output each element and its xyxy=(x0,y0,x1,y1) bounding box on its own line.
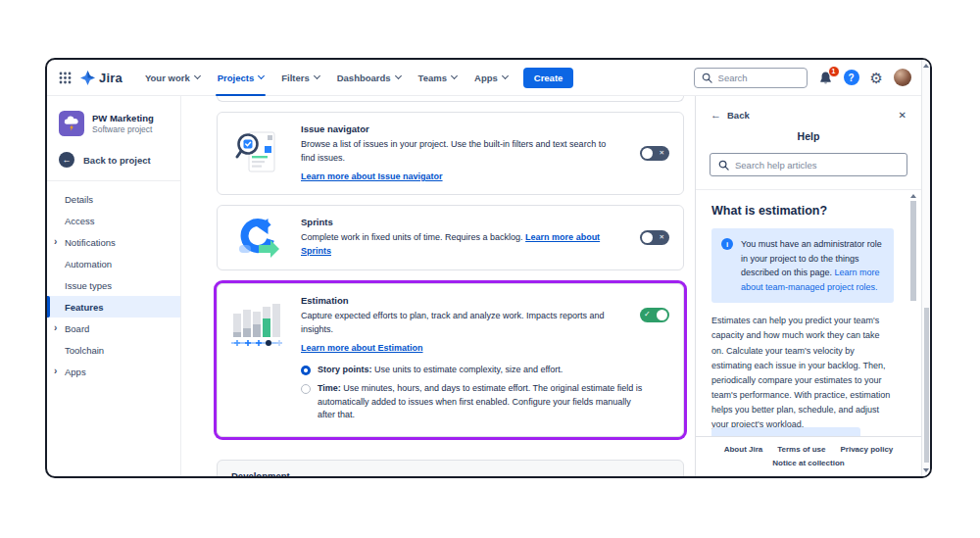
app-switcher-icon[interactable] xyxy=(59,72,72,84)
sidebar-divider xyxy=(47,180,180,181)
info-icon: i xyxy=(721,238,733,250)
scrollbar-thumb[interactable] xyxy=(924,308,929,463)
chevron-down-icon xyxy=(502,73,509,79)
goals-feature-card: over time. Learn more about Goals xyxy=(217,96,684,102)
chevron-down-icon xyxy=(194,73,201,79)
nav-item-your-work[interactable]: Your work xyxy=(136,60,209,96)
estimation-feature-card: Estimation Capture expected efforts to p… xyxy=(217,283,684,438)
help-article: What is estimation? i You must have an a… xyxy=(696,190,921,436)
window-body: PW Marketing Software project ← Back to … xyxy=(47,96,921,476)
global-search-box[interactable] xyxy=(694,68,808,88)
chevron-down-icon xyxy=(314,73,320,79)
user-avatar[interactable] xyxy=(894,69,911,86)
sidebar-item-apps[interactable]: › Apps xyxy=(47,361,180,382)
radio-unselected-icon[interactable] xyxy=(301,384,311,394)
project-settings-sidebar: PW Marketing Software project ← Back to … xyxy=(47,96,181,476)
sidebar-item-features[interactable]: Features xyxy=(47,296,180,318)
search-icon xyxy=(718,160,729,171)
project-type: Software project xyxy=(92,124,154,135)
learn-more-estimation-link[interactable]: Learn more about Estimation xyxy=(301,343,423,353)
scroll-down-arrow-icon[interactable] xyxy=(923,468,929,472)
estimation-toggle[interactable]: ✓ xyxy=(640,308,669,322)
help-scrollbar[interactable] xyxy=(909,194,917,432)
jira-window: Jira Your work Projects Filters Dashboar… xyxy=(45,58,932,478)
sprints-toggle[interactable]: ✕ xyxy=(640,230,669,245)
chevron-right-icon: › xyxy=(54,237,57,247)
chevron-down-icon xyxy=(258,73,265,79)
top-navigation-bar: Jira Your work Projects Filters Dashboar… xyxy=(47,60,921,96)
help-search-box[interactable] xyxy=(710,153,907,176)
issue-navigator-toggle[interactable]: ✕ xyxy=(640,146,669,161)
radio-selected-icon[interactable] xyxy=(301,366,311,375)
issue-navigator-feature-card: Issue navigator Browse a list of issues … xyxy=(217,112,684,195)
notifications-bell-icon[interactable]: 1 xyxy=(818,71,833,85)
nav-item-dashboards[interactable]: Dashboards xyxy=(328,60,410,96)
estimation-options: Story points: Use units to estimate comp… xyxy=(301,364,669,423)
help-panel: ← Back ✕ Help What is estimation? xyxy=(695,96,921,476)
notice-at-collection-link[interactable]: Notice at collection xyxy=(772,459,844,467)
window-scrollbar[interactable] xyxy=(921,60,930,476)
notification-count-badge: 1 xyxy=(828,66,840,77)
nav-item-apps[interactable]: Apps xyxy=(466,60,516,96)
about-jira-link[interactable]: About Jira xyxy=(724,445,763,454)
estimation-illustration-icon xyxy=(231,302,284,347)
back-arrow-icon: ← xyxy=(710,109,721,121)
nav-right-section: 1 ? ⚙ xyxy=(694,68,911,88)
jira-logo-text: Jira xyxy=(99,71,122,85)
help-footer: About Jira Terms of use Privacy policy N… xyxy=(696,436,921,476)
time-option[interactable]: Time: Use minutes, hours, and days to es… xyxy=(301,382,648,423)
partial-info-box xyxy=(711,427,860,436)
issue-navigator-illustration-icon xyxy=(235,130,280,175)
global-search-input[interactable] xyxy=(718,73,800,83)
nav-item-filters[interactable]: Filters xyxy=(272,60,328,96)
project-header: PW Marketing Software project xyxy=(47,109,180,145)
back-to-project-button[interactable]: ← Back to project xyxy=(47,145,180,180)
toggle-off-x-icon: ✕ xyxy=(660,149,664,157)
sidebar-item-access[interactable]: Access xyxy=(47,210,180,231)
nav-item-teams[interactable]: Teams xyxy=(410,60,466,96)
search-icon xyxy=(702,73,712,83)
sidebar-item-automation[interactable]: Automation xyxy=(47,253,180,274)
sidebar-item-details[interactable]: Details xyxy=(47,188,180,210)
chevron-right-icon: › xyxy=(54,323,57,333)
toggle-off-x-icon: ✕ xyxy=(660,233,664,241)
development-section: Development xyxy=(217,460,684,476)
project-name: PW Marketing xyxy=(92,113,154,124)
scroll-up-arrow-icon[interactable] xyxy=(910,194,916,198)
sidebar-item-issue-types[interactable]: Issue types xyxy=(47,274,180,296)
close-icon[interactable]: ✕ xyxy=(899,110,906,121)
feature-title: Issue navigator xyxy=(301,123,617,134)
help-search-input[interactable] xyxy=(735,160,899,171)
feature-description: Browse a list of issues in your project.… xyxy=(301,138,617,166)
sidebar-item-toolchain[interactable]: Toolchain xyxy=(47,339,180,361)
help-panel-title: Help xyxy=(696,123,921,153)
settings-gear-icon[interactable]: ⚙ xyxy=(870,71,883,85)
terms-of-use-link[interactable]: Terms of use xyxy=(777,445,825,454)
scroll-up-arrow-icon[interactable] xyxy=(923,64,929,68)
scrollbar-thumb[interactable] xyxy=(910,201,916,301)
feature-title: Sprints xyxy=(301,217,617,227)
sidebar-item-notifications[interactable]: › Notifications xyxy=(47,231,180,253)
sprints-feature-card: Sprints Complete work in fixed units of … xyxy=(217,205,684,270)
features-main-content: over time. Learn more about Goals xyxy=(181,96,695,476)
sprints-illustration-icon xyxy=(235,217,280,258)
learn-more-issue-navigator-link[interactable]: Learn more about Issue navigator xyxy=(301,171,443,181)
feature-title: Estimation xyxy=(301,295,617,306)
chevron-down-icon xyxy=(451,73,458,79)
privacy-policy-link[interactable]: Privacy policy xyxy=(840,445,893,454)
help-article-title: What is estimation? xyxy=(711,204,894,218)
help-icon[interactable]: ? xyxy=(844,70,859,85)
sidebar-item-board[interactable]: › Board xyxy=(47,318,180,339)
window-content: Jira Your work Projects Filters Dashboar… xyxy=(47,60,921,476)
story-points-option[interactable]: Story points: Use units to estimate comp… xyxy=(301,364,648,377)
help-paragraph: Estimates can help you predict your team… xyxy=(711,314,894,432)
help-back-button[interactable]: ← Back xyxy=(710,109,750,121)
nav-item-projects[interactable]: Projects xyxy=(209,60,273,96)
feature-description: Capture expected efforts to plan, track … xyxy=(301,310,617,337)
development-section-heading: Development xyxy=(231,470,669,476)
project-avatar-icon xyxy=(59,111,84,136)
chevron-right-icon: › xyxy=(54,367,57,376)
create-button[interactable]: Create xyxy=(523,68,574,88)
jira-logo[interactable]: Jira xyxy=(80,71,122,85)
toggle-on-check-icon: ✓ xyxy=(644,311,651,319)
